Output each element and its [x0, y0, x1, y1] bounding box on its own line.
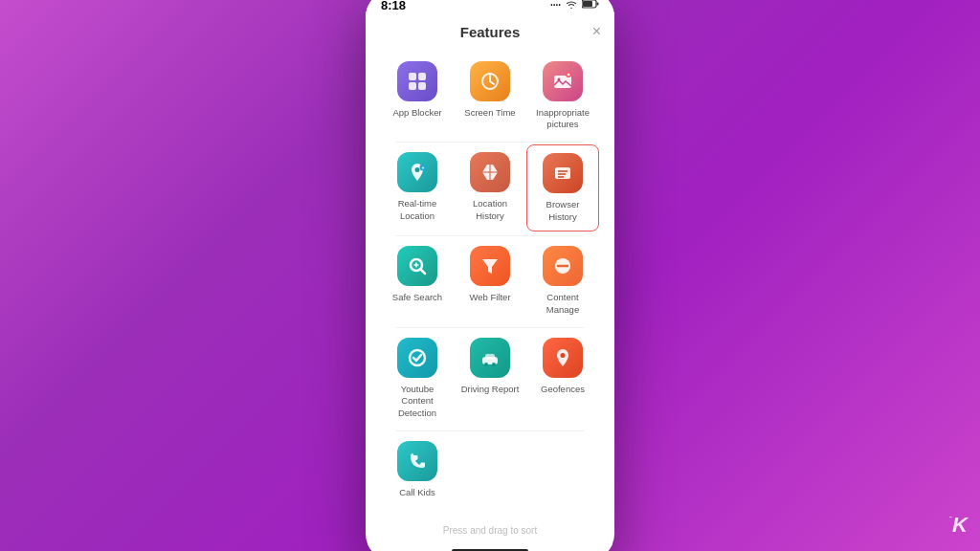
call-kids-label: Call Kids — [399, 487, 435, 498]
youtube-detection-icon — [397, 338, 437, 378]
modal-title: Features — [460, 24, 521, 40]
feature-item-inappropriate[interactable]: Inappropriate pictures — [526, 54, 599, 139]
svg-text:+: + — [422, 165, 425, 170]
location-history-label: Location History — [457, 198, 523, 222]
screen-time-icon — [470, 61, 510, 101]
svg-rect-33 — [485, 354, 495, 360]
driving-report-label: Driving Report — [461, 384, 520, 395]
status-icons: ···· — [550, 0, 599, 11]
location-history-icon — [470, 152, 510, 192]
geofences-icon — [543, 338, 583, 378]
svg-marker-28 — [482, 259, 498, 274]
app-blocker-icon — [397, 61, 437, 101]
feature-row-2: + Real-time Location Location History — [381, 144, 599, 231]
svg-rect-5 — [409, 82, 416, 90]
signal-icon: ···· — [550, 0, 561, 11]
call-kids-icon — [397, 441, 437, 481]
svg-rect-4 — [418, 73, 426, 80]
feature-item-content-manage[interactable]: Content Manage — [526, 238, 599, 323]
status-time: 8:18 — [381, 0, 406, 12]
inappropriate-icon — [543, 61, 583, 101]
browser-history-icon — [543, 153, 583, 193]
feature-row-4: Youtube Content Detection Driving Report — [381, 330, 599, 427]
svg-point-35 — [492, 363, 496, 366]
geofences-label: Geofences — [541, 384, 585, 395]
screen-time-label: Screen Time — [464, 107, 515, 119]
svg-point-15 — [415, 167, 420, 172]
battery-icon — [582, 0, 599, 11]
svg-rect-3 — [409, 73, 416, 80]
feature-item-screen-time[interactable]: Screen Time — [454, 54, 526, 139]
svg-line-25 — [421, 270, 426, 275]
feature-item-safe-search[interactable]: Safe Search — [381, 238, 454, 323]
inappropriate-label: Inappropriate pictures — [530, 107, 595, 131]
youtube-detection-label: Youtube Content Detection — [385, 384, 450, 419]
feature-item-browser-history[interactable]: Browser History — [526, 144, 599, 231]
realtime-location-label: Real-time Location — [385, 198, 450, 222]
feature-item-geofences[interactable]: Geofences — [526, 330, 599, 427]
content-manage-label: Content Manage — [530, 292, 595, 316]
svg-rect-1 — [583, 1, 592, 7]
svg-line-9 — [490, 81, 494, 84]
web-filter-icon — [470, 246, 510, 286]
feature-item-youtube-detection[interactable]: Youtube Content Detection — [381, 330, 454, 427]
feature-row-1: App Blocker Screen Time — [381, 54, 599, 139]
footer-hint: Press and drag to sort — [366, 518, 614, 543]
realtime-location-icon: + — [397, 152, 437, 192]
modal-header: Features × — [366, 16, 614, 46]
phone-frame: 8:18 ···· Features × — [366, 0, 614, 551]
feature-row-5: Call Kids — [381, 433, 599, 506]
watermark: ·· K — [948, 513, 967, 538]
feature-item-location-history[interactable]: Location History — [454, 144, 526, 231]
feature-item-realtime-location[interactable]: + Real-time Location — [381, 144, 454, 231]
status-bar: 8:18 ···· — [366, 0, 614, 16]
driving-report-icon — [470, 338, 510, 378]
feature-item-web-filter[interactable]: Web Filter — [454, 238, 526, 323]
feature-row-3: Safe Search Web Filter Content Manage — [381, 238, 599, 323]
feature-item-driving-report[interactable]: Driving Report — [454, 330, 526, 427]
app-blocker-label: App Blocker — [392, 107, 441, 119]
feature-item-app-blocker[interactable]: App Blocker — [381, 54, 454, 139]
safe-search-icon — [397, 246, 437, 286]
web-filter-label: Web Filter — [469, 292, 510, 303]
features-grid: App Blocker Screen Time — [366, 46, 614, 518]
svg-point-36 — [561, 353, 566, 358]
svg-point-34 — [484, 363, 488, 366]
feature-item-call-kids[interactable]: Call Kids — [381, 433, 454, 506]
safe-search-label: Safe Search — [392, 292, 442, 303]
home-indicator — [366, 543, 614, 551]
close-button[interactable]: × — [592, 24, 601, 39]
browser-history-label: Browser History — [531, 199, 594, 223]
svg-rect-6 — [418, 82, 426, 90]
content-manage-icon — [543, 246, 583, 286]
wifi-icon — [565, 0, 578, 11]
svg-rect-2 — [597, 3, 599, 6]
